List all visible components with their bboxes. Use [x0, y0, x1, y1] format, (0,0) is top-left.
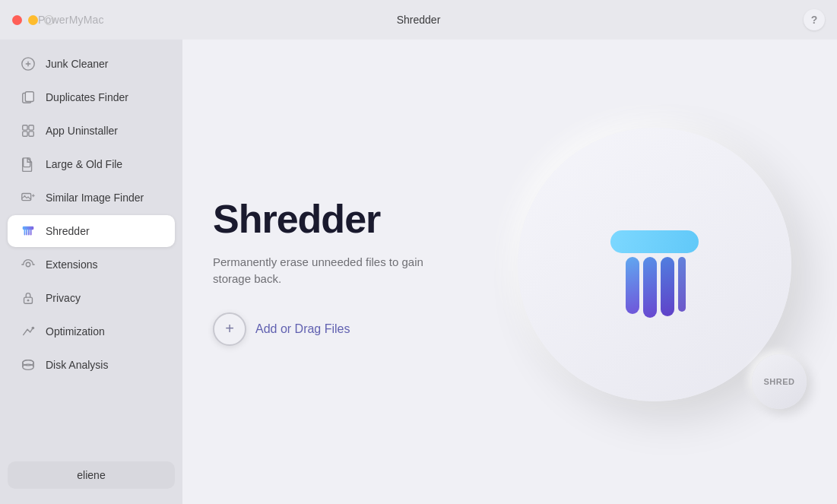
sidebar-label-shredder: Shredder [46, 225, 90, 237]
sidebar-label-optimization: Optimization [46, 325, 105, 338]
extensions-icon [20, 256, 36, 273]
shredder-icon [20, 223, 36, 239]
svg-rect-18 [626, 257, 639, 314]
svg-rect-20 [661, 257, 674, 316]
user-button[interactable]: eliene [8, 461, 175, 489]
sidebar-label-extensions: Extensions [46, 258, 97, 271]
svg-rect-21 [678, 257, 686, 312]
shredder-illustration [579, 189, 731, 341]
help-button[interactable]: ? [804, 9, 825, 30]
disk-analysis-icon [20, 357, 36, 373]
sidebar-label-large-old-file: Large & Old File [46, 158, 122, 170]
svg-point-14 [32, 327, 35, 330]
sidebar-item-large-old-file[interactable]: Large & Old File [8, 148, 175, 180]
sidebar: Junk Cleaner Duplicates Finder App U [0, 40, 182, 504]
window-title: Shredder [397, 14, 441, 26]
sidebar-label-junk-cleaner: Junk Cleaner [46, 58, 109, 70]
sidebar-item-duplicates-finder[interactable]: Duplicates Finder [8, 81, 175, 113]
minimize-button[interactable] [28, 15, 38, 25]
titlebar: PowerMyMac Shredder ? [0, 0, 837, 40]
sidebar-label-privacy: Privacy [46, 292, 81, 304]
sidebar-label-duplicates-finder: Duplicates Finder [46, 91, 128, 103]
svg-point-11 [26, 262, 30, 266]
sidebar-item-extensions[interactable]: Extensions [8, 249, 175, 281]
main-layout: Junk Cleaner Duplicates Finder App U [0, 40, 837, 504]
svg-point-16 [23, 360, 34, 366]
close-button[interactable] [12, 15, 22, 25]
privacy-icon [20, 290, 36, 306]
sidebar-label-disk-analysis: Disk Analysis [46, 359, 108, 371]
svg-rect-5 [23, 132, 27, 136]
large-old-file-icon [20, 156, 36, 173]
sidebar-label-app-uninstaller: App Uninstaller [46, 125, 118, 137]
duplicates-finder-icon [20, 89, 36, 106]
add-files-label: Add or Drag Files [255, 322, 350, 336]
similar-image-finder-icon [20, 189, 36, 206]
sidebar-footer: eliene [0, 454, 182, 496]
content-inner: Shredder Permanently erase unneeded file… [213, 128, 807, 417]
feature-title: Shredder [213, 198, 517, 241]
sidebar-item-junk-cleaner[interactable]: Junk Cleaner [8, 48, 175, 80]
svg-rect-6 [29, 132, 33, 136]
add-icon: + [213, 312, 246, 346]
sidebar-item-optimization[interactable]: Optimization [8, 315, 175, 347]
sidebar-item-disk-analysis[interactable]: Disk Analysis [8, 349, 175, 381]
svg-rect-19 [643, 257, 657, 318]
svg-rect-4 [29, 125, 33, 130]
illustration-wrapper: SHRED [518, 128, 807, 417]
illustration-circle [518, 128, 791, 401]
sidebar-label-similar-image-finder: Similar Image Finder [46, 192, 144, 204]
add-files-button[interactable]: + Add or Drag Files [213, 312, 350, 346]
content-area: Shredder Permanently erase unneeded file… [182, 40, 837, 504]
svg-point-9 [24, 195, 25, 197]
shred-button[interactable]: SHRED [752, 354, 807, 409]
feature-description: Permanently erase unneeded files to gain… [213, 254, 426, 288]
app-name: PowerMyMac [38, 14, 104, 26]
sidebar-item-similar-image-finder[interactable]: Similar Image Finder [8, 182, 175, 214]
svg-point-13 [27, 300, 30, 302]
content-left: Shredder Permanently erase unneeded file… [213, 198, 517, 345]
svg-rect-2 [25, 92, 33, 102]
optimization-icon [20, 323, 36, 340]
sidebar-item-privacy[interactable]: Privacy [8, 282, 175, 314]
junk-cleaner-icon [20, 55, 36, 72]
svg-rect-3 [23, 125, 27, 130]
svg-rect-17 [610, 230, 699, 253]
sidebar-item-app-uninstaller[interactable]: App Uninstaller [8, 115, 175, 147]
sidebar-item-shredder[interactable]: Shredder [8, 215, 175, 247]
app-uninstaller-icon [20, 122, 36, 139]
